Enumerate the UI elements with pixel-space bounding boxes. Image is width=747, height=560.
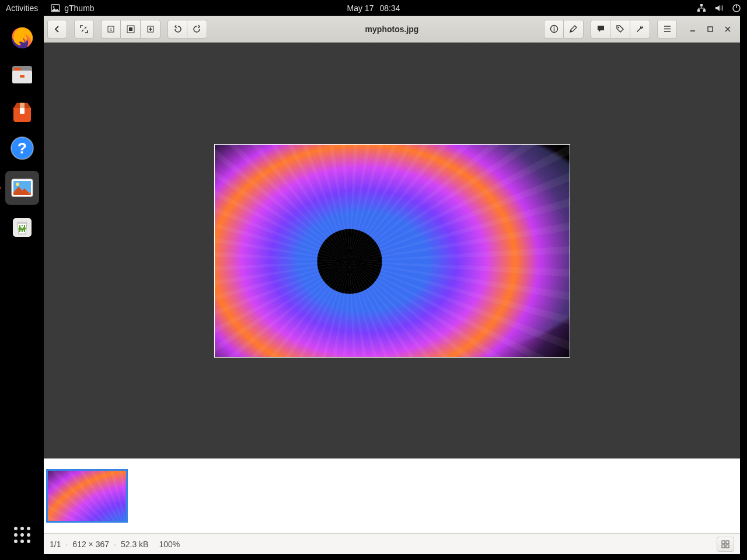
close-button[interactable] — [719, 20, 736, 38]
svg-point-38 — [618, 27, 619, 28]
svg-rect-40 — [708, 27, 713, 32]
edit-button[interactable] — [564, 20, 584, 38]
window-title: myphotos.jpg — [365, 24, 419, 34]
svg-text:1: 1 — [110, 27, 113, 32]
back-icon — [53, 25, 61, 33]
gthumb-window: 1 myphotos.jpg — [44, 16, 740, 554]
svg-point-25 — [20, 533, 24, 537]
rotate-right-icon — [193, 24, 201, 33]
svg-point-23 — [27, 527, 30, 530]
clock[interactable]: May 17 08:34 — [347, 4, 400, 13]
info-icon — [550, 24, 558, 33]
fullscreen-icon — [79, 24, 89, 34]
status-filesize: 52.3 kB — [121, 540, 148, 549]
minimize-icon — [689, 26, 696, 33]
svg-point-28 — [20, 540, 24, 543]
comment-icon — [596, 24, 605, 33]
status-dimensions: 612 × 367 — [72, 540, 109, 549]
fit-window-icon — [127, 25, 135, 33]
rotate-left-icon — [173, 24, 182, 33]
clock-date: May 17 — [347, 4, 374, 13]
statusbar: 1/1612 × 36752.3 kB 100% — [44, 533, 740, 554]
hamburger-menu-button[interactable] — [657, 20, 677, 38]
gthumb-app-icon — [51, 4, 60, 13]
tools-icon — [636, 24, 644, 33]
app-menu-label: gThumb — [64, 4, 94, 13]
show-applications[interactable] — [12, 525, 32, 545]
properties-button[interactable] — [544, 20, 564, 38]
rotate-right-button[interactable] — [187, 20, 207, 38]
dock-help[interactable]: ? — [8, 134, 36, 162]
svg-point-29 — [27, 540, 30, 543]
dock-firefox[interactable] — [8, 24, 36, 52]
tag-button[interactable] — [610, 20, 630, 38]
ubuntu-dock: ? — [0, 16, 44, 560]
minimize-button[interactable] — [684, 20, 701, 38]
svg-rect-10 — [14, 68, 21, 71]
thumbnail-strip — [44, 459, 740, 533]
network-icon[interactable] — [697, 4, 706, 13]
svg-rect-44 — [726, 545, 729, 548]
status-zoom: 100% — [159, 540, 180, 549]
fullscreen-button[interactable] — [74, 20, 94, 38]
svg-point-1 — [53, 6, 55, 8]
image-viewer[interactable] — [44, 43, 740, 459]
dock-trash[interactable] — [8, 214, 36, 242]
svg-rect-11 — [20, 75, 25, 78]
maximize-icon — [707, 26, 714, 33]
svg-point-24 — [14, 533, 18, 537]
browser-grid-icon — [721, 540, 729, 548]
volume-icon[interactable] — [714, 4, 724, 13]
svg-rect-41 — [722, 541, 725, 544]
close-icon — [724, 26, 731, 33]
svg-rect-33 — [129, 27, 132, 31]
gnome-topbar: Activities gThumb May 17 08:34 — [0, 0, 747, 16]
svg-rect-3 — [697, 9, 700, 12]
zoom-in-icon — [146, 25, 155, 33]
dock-gthumb[interactable] — [5, 171, 39, 205]
svg-rect-2 — [700, 4, 703, 6]
browser-view-button[interactable] — [717, 537, 734, 552]
svg-point-26 — [27, 533, 30, 537]
clock-time: 08:34 — [379, 4, 400, 13]
svg-rect-20 — [17, 222, 27, 223]
zoom-fit-button[interactable] — [121, 20, 141, 38]
rotate-left-button[interactable] — [167, 20, 187, 38]
comment-button[interactable] — [591, 20, 610, 38]
displayed-image — [214, 144, 570, 358]
svg-rect-12 — [20, 108, 25, 114]
tools-button[interactable] — [630, 20, 650, 38]
status-index: 1/1 — [50, 540, 61, 549]
hamburger-icon — [663, 24, 672, 33]
svg-rect-43 — [722, 545, 725, 548]
svg-point-22 — [20, 527, 24, 530]
svg-point-27 — [14, 540, 18, 543]
svg-rect-37 — [553, 29, 554, 32]
svg-point-21 — [14, 527, 18, 530]
svg-point-36 — [553, 27, 554, 28]
thumbnail-selected[interactable] — [46, 469, 128, 523]
svg-text:?: ? — [18, 139, 27, 157]
dock-files[interactable] — [8, 61, 36, 89]
svg-rect-42 — [726, 541, 729, 544]
back-button[interactable] — [47, 20, 67, 38]
fit-actual-icon: 1 — [107, 25, 115, 33]
dock-software[interactable] — [8, 97, 36, 125]
edit-icon — [569, 24, 578, 33]
activities-button[interactable]: Activities — [6, 4, 38, 13]
svg-rect-4 — [703, 9, 706, 12]
power-icon[interactable] — [732, 4, 741, 13]
maximize-button[interactable] — [701, 20, 719, 38]
svg-point-18 — [16, 183, 19, 186]
tag-icon — [616, 24, 624, 33]
zoom-actual-button[interactable]: 1 — [101, 20, 121, 38]
headerbar: 1 myphotos.jpg — [44, 16, 740, 43]
app-menu[interactable]: gThumb — [51, 4, 94, 13]
zoom-in-button[interactable] — [141, 20, 160, 38]
